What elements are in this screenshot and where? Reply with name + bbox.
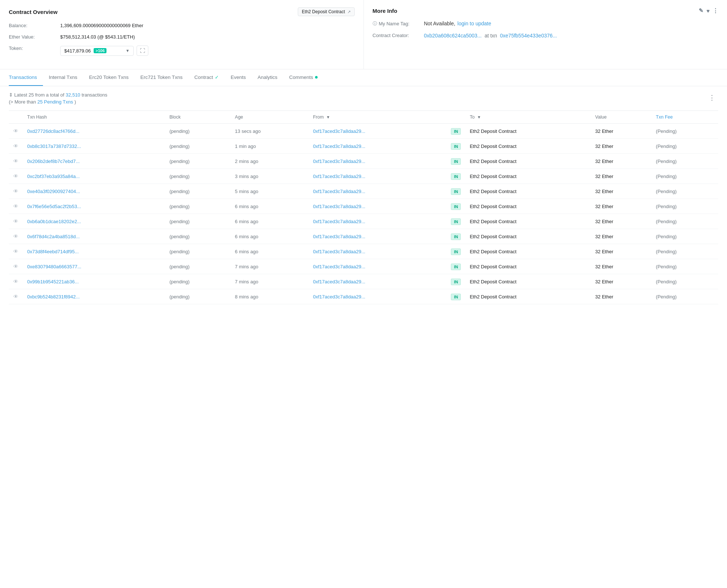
from-address-link[interactable]: 0xf17aced3c7a8daa29... xyxy=(313,249,365,254)
eye-icon[interactable]: 👁 xyxy=(13,203,18,209)
direction-cell: IN xyxy=(446,259,465,274)
fee-cell: (Pending) xyxy=(651,184,718,199)
block-cell: (pending) xyxy=(165,289,230,304)
txn-hash-link[interactable]: 0x6f78d4c2a4ba8518d... xyxy=(27,234,80,239)
from-address-link[interactable]: 0xf17aced3c7a8daa29... xyxy=(313,234,365,239)
eye-icon[interactable]: 👁 xyxy=(13,264,18,269)
txn-hash-link[interactable]: 0xc2bf37eb3a935a84a... xyxy=(27,174,80,179)
from-address-link[interactable]: 0xf17aced3c7a8daa29... xyxy=(313,159,365,164)
tab-events[interactable]: Events xyxy=(225,69,252,86)
age-value: 3 mins ago xyxy=(235,174,258,179)
eye-icon[interactable]: 👁 xyxy=(13,294,18,300)
contract-creator-value: 0xb20a608c624ca5003... at txn 0xe75fb554… xyxy=(424,33,557,39)
table-row: 👁 0x206b2def8b7c7ebd7... (pending) 2 min… xyxy=(9,154,718,169)
from-address-link[interactable]: 0xf17aced3c7a8daa29... xyxy=(313,279,365,284)
token-select-dropdown[interactable]: $417,879.06 >106 ▼ xyxy=(60,46,134,56)
more-info-panel: More Info ✎ ♥ ⋮ ⓘ My Name Tag: Not Avail… xyxy=(364,0,727,69)
more-options-icon[interactable]: ⋮ xyxy=(713,7,718,14)
eye-icon[interactable]: 👁 xyxy=(13,158,18,164)
hash-cell: 0x6f78d4c2a4ba8518d... xyxy=(23,229,165,244)
fee-cell: (Pending) xyxy=(651,154,718,169)
pen-icon[interactable]: ✎ xyxy=(699,7,704,14)
table-row: 👁 0x7f6e56e5d5ac2f2b53... (pending) 6 mi… xyxy=(9,199,718,214)
th-from: From ▼ xyxy=(308,111,446,124)
txn-hash-link[interactable]: 0xe40a3f02900927404... xyxy=(27,189,80,194)
table-row: 👁 0xbc9b524b8231f8942... (pending) 8 min… xyxy=(9,289,718,304)
to-cell: Eth2 Deposit Contract xyxy=(465,259,591,274)
from-address-link[interactable]: 0xf17aced3c7a8daa29... xyxy=(313,174,365,179)
help-icon[interactable]: ⓘ xyxy=(373,21,377,27)
contract-creator-row: Contract Creator: 0xb20a608c624ca5003...… xyxy=(373,33,719,39)
total-txn-link[interactable]: 32,510 xyxy=(66,92,80,98)
creator-txn-link[interactable]: 0xe75fb554e433e0376... xyxy=(500,33,557,39)
tabs-bar: TransactionsInternal TxnsErc20 Token Txn… xyxy=(0,69,727,86)
eye-icon[interactable]: 👁 xyxy=(13,279,18,284)
eye-icon[interactable]: 👁 xyxy=(13,143,18,149)
to-filter-icon[interactable]: ▼ xyxy=(477,115,481,119)
to-value: Eth2 Deposit Contract xyxy=(470,294,516,300)
from-address-link[interactable]: 0xf17aced3c7a8daa29... xyxy=(313,204,365,209)
txn-hash-link[interactable]: 0xb6a0b1dcae18202e2... xyxy=(27,219,81,224)
block-value: (pending) xyxy=(169,128,189,134)
txn-hash-link[interactable]: 0x73d8f4eebd714df95... xyxy=(27,249,79,254)
tab-comments[interactable]: Comments xyxy=(283,69,323,86)
fee-text: (Pending) xyxy=(656,174,676,179)
from-filter-icon[interactable]: ▼ xyxy=(326,115,330,119)
age-value: 7 mins ago xyxy=(235,264,258,269)
txn-hash-link[interactable]: 0xbc9b524b8231f8942... xyxy=(27,294,80,300)
contract-overview-panel: Contract Overview Eth2 Deposit Contract … xyxy=(0,0,364,69)
token-expand-button[interactable]: ⛶ xyxy=(137,46,148,56)
txn-hash-link[interactable]: 0x206b2def8b7c7ebd7... xyxy=(27,159,80,164)
txn-hash-link[interactable]: 0x7f6e56e5d5ac2f2b53... xyxy=(27,204,81,209)
age-cell: 7 mins ago xyxy=(231,259,309,274)
login-to-update-link[interactable]: login to update xyxy=(457,21,491,26)
eye-icon[interactable]: 👁 xyxy=(13,218,18,224)
from-address-link[interactable]: 0xf17aced3c7a8daa29... xyxy=(313,144,365,149)
value-text: 32 Ether xyxy=(595,174,613,179)
pending-txns-link[interactable]: 25 Pending Txns xyxy=(37,99,73,105)
table-row: 👁 0x6f78d4c2a4ba8518d... (pending) 6 min… xyxy=(9,229,718,244)
txn-hash-link[interactable]: 0xe83079480a6663577... xyxy=(27,264,81,269)
value-cell: 32 Ether xyxy=(591,199,651,214)
more-info-title: More Info xyxy=(373,8,398,14)
eye-icon[interactable]: 👁 xyxy=(13,128,18,134)
from-cell: 0xf17aced3c7a8daa29... xyxy=(308,214,446,229)
txn-hash-link[interactable]: 0xb8c3017a7387d7332... xyxy=(27,144,81,149)
tab-analytics[interactable]: Analytics xyxy=(252,69,283,86)
fee-cell: (Pending) xyxy=(651,229,718,244)
summary-suffix: transactions xyxy=(82,92,107,98)
tab-internal-txns[interactable]: Internal Txns xyxy=(43,69,83,86)
from-address-link[interactable]: 0xf17aced3c7a8daa29... xyxy=(313,264,365,269)
from-address-link[interactable]: 0xf17aced3c7a8daa29... xyxy=(313,294,365,300)
from-address-link[interactable]: 0xf17aced3c7a8daa29... xyxy=(313,128,365,134)
block-cell: (pending) xyxy=(165,139,230,154)
th-age[interactable]: Age xyxy=(231,111,309,124)
to-value: Eth2 Deposit Contract xyxy=(470,189,516,194)
txn-hash-link[interactable]: 0xd27726dc8acf4766d... xyxy=(27,128,79,134)
from-cell: 0xf17aced3c7a8daa29... xyxy=(308,169,446,184)
from-address-link[interactable]: 0xf17aced3c7a8daa29... xyxy=(313,189,365,194)
table-options-button[interactable]: ⋮ xyxy=(706,92,718,103)
eye-cell: 👁 xyxy=(9,289,23,304)
eye-icon[interactable]: 👁 xyxy=(13,173,18,179)
txn-hash-link[interactable]: 0x99b1b9545221ab36... xyxy=(27,279,79,284)
token-row: Token: $417,879.06 >106 ▼ ⛶ xyxy=(9,46,355,56)
fee-text: (Pending) xyxy=(656,204,676,209)
block-cell: (pending) xyxy=(165,214,230,229)
direction-badge: IN xyxy=(451,203,461,210)
eth2-deposit-badge[interactable]: Eth2 Deposit Contract ↗ xyxy=(298,7,354,16)
value-cell: 32 Ether xyxy=(591,244,651,259)
tab-erc20[interactable]: Erc20 Token Txns xyxy=(83,69,135,86)
eye-icon[interactable]: 👁 xyxy=(13,248,18,254)
creator-address-link[interactable]: 0xb20a608c624ca5003... xyxy=(424,33,482,39)
tab-erc721[interactable]: Erc721 Token Txns xyxy=(134,69,188,86)
heart-icon[interactable]: ♥ xyxy=(706,8,710,14)
eye-icon[interactable]: 👁 xyxy=(13,188,18,194)
tab-transactions[interactable]: Transactions xyxy=(9,69,43,86)
tab-contract[interactable]: Contract ✓ xyxy=(188,69,225,86)
value-cell: 32 Ether xyxy=(591,169,651,184)
eye-icon[interactable]: 👁 xyxy=(13,233,18,239)
table-row: 👁 0x99b1b9545221ab36... (pending) 7 mins… xyxy=(9,274,718,289)
from-address-link[interactable]: 0xf17aced3c7a8daa29... xyxy=(313,219,365,224)
to-value: Eth2 Deposit Contract xyxy=(470,174,516,179)
